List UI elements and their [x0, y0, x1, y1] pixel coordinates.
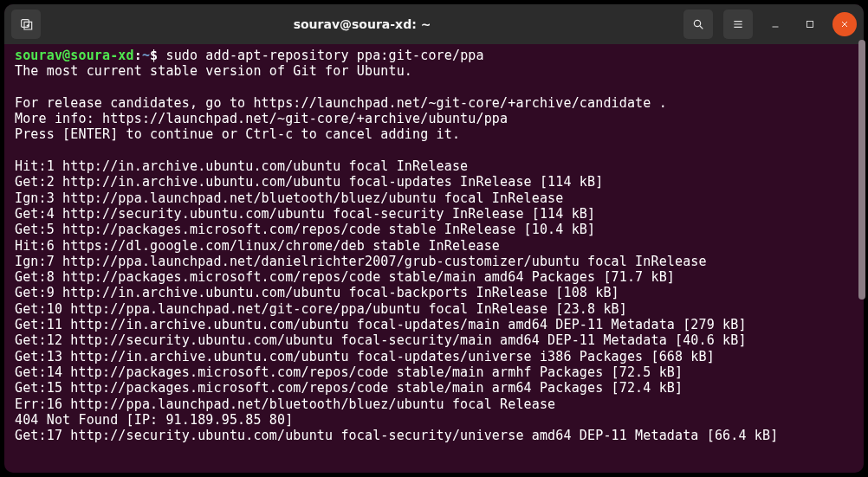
prompt-colon: :: [134, 48, 142, 63]
maximize-button[interactable]: [798, 12, 822, 36]
output-line: Ign:7 http://ppa.launchpad.net/danielric…: [15, 254, 855, 269]
svg-point-1: [694, 20, 700, 26]
output-line: Get:4 http://security.ubuntu.com/ubuntu …: [15, 206, 855, 222]
output-line: [15, 80, 855, 95]
output-line: [15, 143, 855, 158]
hamburger-menu-button[interactable]: [723, 10, 753, 39]
output-line: Press [ENTER] to continue or Ctrl-c to c…: [15, 126, 855, 142]
minimize-button[interactable]: [763, 12, 787, 36]
output-line: Get:13 http://in.archive.ubuntu.com/ubun…: [15, 349, 855, 364]
command-text: sudo add-apt-repository ppa:git-core/ppa: [165, 48, 483, 63]
search-button[interactable]: [683, 10, 713, 39]
output-line: Hit:1 http://in.archive.ubuntu.com/ubunt…: [15, 158, 855, 174]
output-line: Get:9 http://in.archive.ubuntu.com/ubunt…: [15, 285, 855, 300]
prompt-dollar: $: [150, 48, 158, 63]
terminal-window: sourav@soura-xd: ~ sourav@soura-xd:~$ su…: [4, 4, 864, 473]
output-line: 404 Not Found [IP: 91.189.95.85 80]: [15, 412, 855, 428]
output-line: Get:12 http://security.ubuntu.com/ubuntu…: [15, 332, 855, 348]
new-tab-button[interactable]: [11, 10, 41, 39]
output-line: Get:8 http://packages.microsoft.com/repo…: [15, 269, 855, 285]
terminal-content[interactable]: sourav@soura-xd:~$ sudo add-apt-reposito…: [4, 44, 864, 473]
output-line: Get:11 http://in.archive.ubuntu.com/ubun…: [15, 317, 855, 332]
output-line: For release candidates, go to https://la…: [15, 95, 855, 111]
close-button[interactable]: [832, 12, 857, 36]
titlebar: sourav@soura-xd: ~: [4, 4, 864, 44]
output-line: Get:17 http://security.ubuntu.com/ubuntu…: [15, 428, 855, 443]
output-line: The most current stable version of Git f…: [15, 63, 855, 79]
output-line: Ign:3 http://ppa.launchpad.net/bluetooth…: [15, 190, 855, 206]
window-title: sourav@soura-xd: ~: [44, 17, 680, 31]
scrollbar-thumb[interactable]: [858, 40, 864, 300]
output-line: Hit:6 https://dl.google.com/linux/chrome…: [15, 238, 855, 254]
prompt-path: ~: [142, 48, 150, 63]
prompt-user-host: sourav@soura-xd: [15, 48, 134, 63]
output-line: More info: https://launchpad.net/~git-co…: [15, 111, 855, 126]
svg-rect-2: [807, 22, 813, 28]
output-line: Get:2 http://in.archive.ubuntu.com/ubunt…: [15, 174, 855, 190]
output-line: Get:10 http://ppa.launchpad.net/git-core…: [15, 301, 855, 317]
output-line: Get:15 http://packages.microsoft.com/rep…: [15, 380, 855, 396]
prompt-line: sourav@soura-xd:~$ sudo add-apt-reposito…: [15, 48, 855, 63]
output-line: Err:16 http://ppa.launchpad.net/bluetoot…: [15, 396, 855, 412]
output-line: Get:14 http://packages.microsoft.com/rep…: [15, 364, 855, 380]
output-line: Get:5 http://packages.microsoft.com/repo…: [15, 222, 855, 237]
